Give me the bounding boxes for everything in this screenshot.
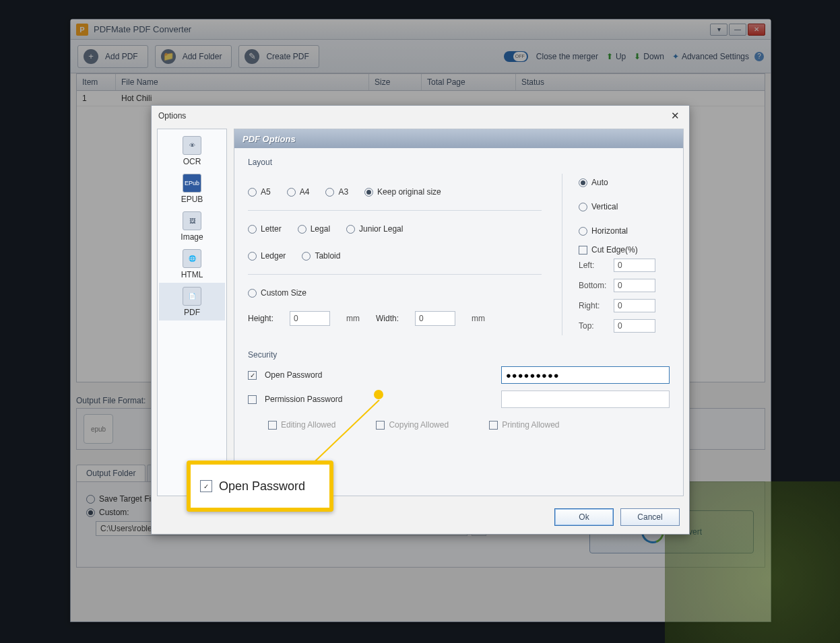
horizontal-option[interactable]: Horizontal — [579, 226, 670, 236]
legal-option[interactable]: Legal — [298, 224, 330, 234]
keep-option[interactable]: Keep original size — [364, 187, 441, 197]
height-unit: mm — [346, 314, 360, 323]
open-password-label: Open Password — [265, 370, 322, 380]
close-merger-link[interactable]: Close the merger — [536, 52, 598, 61]
options-sidebar: 👁OCR EPubEPUB 🖼Image 🌐HTML 📄PDF — [157, 129, 227, 496]
epub-format-icon[interactable]: epub — [84, 414, 113, 444]
cut-edge-option[interactable]: Cut Edge(%) — [579, 245, 670, 255]
legal-radio[interactable] — [298, 225, 306, 234]
col-item[interactable]: Item — [77, 74, 116, 90]
auto-option[interactable]: Auto — [579, 178, 670, 187]
custom-label: Custom: — [99, 508, 129, 517]
custom-size-option[interactable]: Custom Size — [248, 288, 306, 298]
move-down-link[interactable]: ⬇Down — [634, 52, 664, 61]
top-input[interactable] — [614, 319, 655, 333]
add-pdf-button[interactable]: + Add PDF — [77, 45, 148, 68]
table-row[interactable]: 1 Hot Chili — [77, 91, 765, 106]
bottom-input[interactable] — [614, 279, 655, 292]
ok-button[interactable]: Ok — [554, 508, 614, 526]
up-label: Up — [616, 52, 626, 61]
letter-radio[interactable] — [248, 225, 257, 234]
cut-edge-checkbox[interactable] — [579, 246, 587, 255]
pdf-icon: 📄 — [183, 287, 201, 306]
divider-2 — [248, 274, 542, 275]
auto-radio[interactable] — [579, 178, 587, 187]
close-window-button[interactable]: ✕ — [748, 24, 765, 36]
tabloid-radio[interactable] — [302, 252, 311, 261]
junior-option[interactable]: Junior Legal — [346, 224, 403, 234]
merger-toggle[interactable] — [504, 51, 528, 62]
keep-radio[interactable] — [364, 188, 373, 197]
dropdown-window-button[interactable]: ▾ — [710, 24, 728, 36]
pdf-label: PDF — [184, 308, 200, 317]
right-input[interactable] — [614, 299, 655, 312]
col-status[interactable]: Status — [516, 74, 765, 90]
col-filename[interactable]: File Name — [116, 74, 369, 90]
horizontal-radio[interactable] — [579, 227, 587, 236]
cell-item: 1 — [77, 91, 116, 106]
sidebar-item-pdf[interactable]: 📄PDF — [159, 283, 225, 320]
junior-radio[interactable] — [346, 225, 355, 234]
image-label: Image — [181, 232, 203, 242]
sidebar-item-ocr[interactable]: 👁OCR — [159, 132, 225, 170]
a3-option[interactable]: A3 — [325, 187, 348, 197]
vertical-radio[interactable] — [579, 203, 587, 211]
layout-section: A5 A4 A3 Keep original size Letter Legal… — [248, 174, 670, 335]
permission-password-checkbox[interactable] — [248, 395, 257, 404]
a5-option[interactable]: A5 — [248, 187, 271, 197]
minimize-window-button[interactable]: — — [729, 24, 746, 36]
add-folder-button[interactable]: 📁 Add Folder — [155, 45, 232, 68]
col-pages[interactable]: Total Page — [422, 74, 516, 90]
ledger-option[interactable]: Ledger — [248, 251, 286, 261]
left-input[interactable] — [614, 259, 655, 272]
letter-option[interactable]: Letter — [248, 224, 282, 234]
custom-size-label: Custom Size — [261, 288, 306, 298]
a4-radio[interactable] — [287, 188, 296, 197]
open-password-input[interactable] — [501, 366, 670, 384]
create-pdf-icon: ✎ — [245, 49, 259, 64]
keep-label: Keep original size — [377, 187, 441, 197]
bottom-label: Bottom: — [579, 281, 614, 290]
vertical-option[interactable]: Vertical — [579, 202, 670, 211]
permission-password-input[interactable] — [501, 391, 670, 408]
a3-label: A3 — [338, 187, 348, 197]
printing-allowed[interactable]: Printing Allowed — [489, 420, 559, 430]
width-input[interactable] — [415, 311, 455, 326]
sidebar-item-image[interactable]: 🖼Image — [159, 207, 225, 245]
add-folder-icon: 📁 — [161, 49, 176, 64]
size-row-2: Letter Legal Junior Legal — [248, 220, 542, 238]
sidebar-item-html[interactable]: 🌐HTML — [159, 245, 225, 283]
save-source-radio[interactable] — [86, 495, 95, 504]
options-close-button[interactable]: ✕ — [668, 108, 682, 123]
a5-radio[interactable] — [248, 188, 257, 197]
titlebar: P PDFMate PDF Converter ▾ — ✕ — [71, 20, 771, 40]
editing-checkbox[interactable] — [268, 421, 277, 430]
ledger-radio[interactable] — [248, 252, 257, 261]
sidebar-item-epub[interactable]: EPubEPUB — [159, 170, 225, 207]
tabloid-option[interactable]: Tabloid — [302, 251, 340, 261]
html-icon: 🌐 — [183, 249, 201, 268]
cancel-button[interactable]: Cancel — [620, 508, 680, 526]
printing-checkbox[interactable] — [489, 421, 498, 430]
layout-right: Auto Vertical Horizontal Cut Edge(%) Lef… — [562, 174, 670, 335]
advanced-settings-link[interactable]: ✦Advanced Settings? — [672, 52, 764, 61]
height-input[interactable] — [290, 311, 330, 326]
move-up-link[interactable]: ⬆Up — [606, 52, 626, 61]
horizontal-label: Horizontal — [591, 226, 628, 236]
create-pdf-label: Create PDF — [266, 52, 309, 61]
copying-label: Copying Allowed — [389, 420, 449, 430]
open-password-checkbox[interactable] — [248, 371, 257, 380]
gear-icon: ✦ — [672, 52, 679, 61]
layout-label: Layout — [248, 158, 670, 167]
width-unit: mm — [472, 314, 485, 323]
custom-size-radio[interactable] — [248, 289, 257, 298]
tab-output-folder[interactable]: Output Folder — [76, 465, 146, 481]
a4-option[interactable]: A4 — [287, 187, 310, 197]
arrow-down-icon: ⬇ — [634, 52, 641, 61]
pdf-options-header: PDF Options — [234, 129, 683, 148]
col-size[interactable]: Size — [369, 74, 422, 90]
a3-radio[interactable] — [325, 188, 334, 197]
create-pdf-button[interactable]: ✎ Create PDF — [238, 45, 319, 68]
ledger-label: Ledger — [261, 251, 286, 261]
custom-radio[interactable] — [86, 508, 95, 517]
